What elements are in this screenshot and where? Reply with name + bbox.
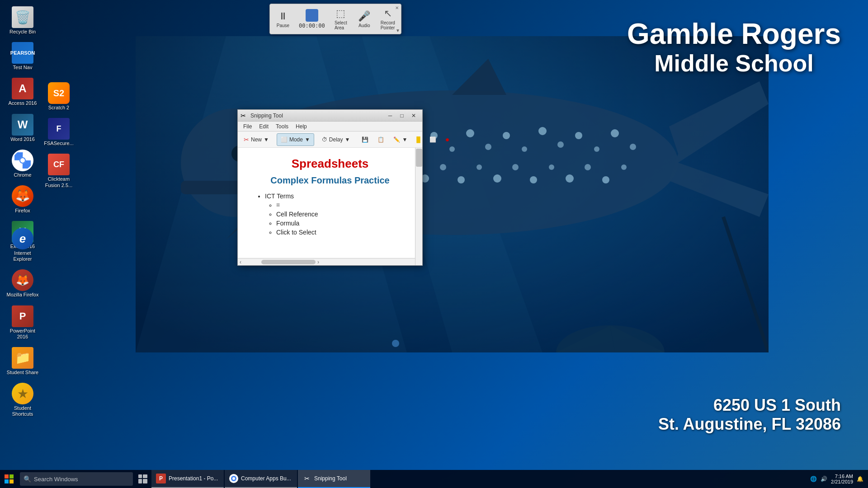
network-icon: 🌐 — [810, 476, 817, 482]
recording-pause-button[interactable]: ⏸ Pause — [272, 9, 294, 30]
recording-audio-button[interactable]: 🎤 Audio — [353, 9, 376, 30]
taskbar-clock[interactable]: 7:16 AM 2/21/2019 — [831, 474, 853, 484]
pen-icon: ✏️ — [393, 136, 400, 143]
desktop-icon-internet-explorer[interactable]: e Internet Explorer — [5, 226, 41, 264]
desktop-icon-scratch-2[interactable]: S2 Scratch 2 — [41, 80, 77, 113]
slide-title: Spreadsheets — [251, 157, 409, 171]
desktop-icon-clickteam[interactable]: CF Clickteam Fusion 2.5... — [41, 152, 77, 190]
menu-file[interactable]: File — [240, 122, 255, 131]
desktop-icon-grid: 🗑️ Recycle Bin PEARSON Test Nav A Access… — [0, 0, 81, 256]
recording-close-button[interactable]: ✕ — [394, 5, 400, 11]
desktop-icon-chrome[interactable]: Chrome — [5, 148, 41, 180]
desktop-icon-firefox[interactable]: 🦊 Firefox — [5, 183, 41, 216]
bullet-ict-terms: ICT Terms = Cell Reference Formula Click… — [265, 192, 409, 236]
taskbar-app-snipping[interactable]: ✂ Snipping Tool — [298, 470, 370, 488]
taskbar-app-powerpoint[interactable]: P Presentation1 - Po... — [151, 470, 224, 488]
menu-tools[interactable]: Tools — [272, 122, 292, 131]
desktop-icon-fsa-secure[interactable]: F FSASecure... — [41, 116, 77, 148]
timer-display: 00:00:00 — [299, 23, 325, 29]
pen-dropdown-icon: ▼ — [402, 136, 407, 143]
menu-help[interactable]: Help — [292, 122, 311, 131]
taskbar-search-bar[interactable]: 🔍 Search Windows — [20, 472, 133, 486]
desktop-icon-recycle-bin[interactable]: 🗑️ Recycle Bin — [5, 5, 41, 37]
start-button[interactable] — [0, 470, 18, 488]
school-branding: Gamble Rogers Middle School — [627, 18, 841, 77]
access-2016-icon: A — [12, 78, 33, 99]
scroll-right-arrow[interactable]: › — [316, 259, 321, 265]
icon-column-2: S2 Scratch 2 F FSASecure... CF Clickteam… — [41, 5, 77, 251]
pen-button[interactable]: ✏️ ▼ — [389, 133, 411, 146]
snipping-tool-content: Spreadsheets Complex Formulas Practice I… — [238, 148, 422, 265]
svg-point-22 — [557, 141, 564, 148]
whale-shark-image — [136, 36, 769, 352]
desktop-icon-powerpoint-2016[interactable]: P PowerPoint 2016 — [5, 304, 41, 342]
svg-rect-68 — [9, 479, 14, 483]
snipping-tool-menubar: File Edit Tools Help — [238, 122, 422, 131]
snipping-tool-minimize-button[interactable]: ─ — [384, 111, 396, 120]
desktop-icon-student-share[interactable]: 📁 Student Share — [5, 345, 41, 377]
student-share-icon: 📁 — [12, 347, 33, 369]
eraser-icon: ⬜ — [429, 136, 436, 143]
desktop-icon-test-nav[interactable]: PEARSON Test Nav — [5, 40, 41, 72]
vertical-scrollbar[interactable] — [415, 148, 422, 265]
snipping-tool-toolbar: ✂ New ▼ ⬜ Mode ▼ ⏱ Delay ▼ 💾 📋 ✏️ ▼ — [238, 131, 422, 148]
taskbar-time-display: 7:16 AM — [835, 474, 853, 479]
delay-button[interactable]: ⏱ Delay ▼ — [318, 133, 354, 146]
svg-point-55 — [392, 340, 399, 347]
powerpoint-2016-label: PowerPoint 2016 — [6, 328, 39, 340]
svg-point-39 — [585, 164, 591, 170]
desktop-icon-mozilla-firefox[interactable]: 🦊 Mozilla Firefox — [5, 267, 41, 300]
recording-minimize[interactable]: ▼ — [396, 28, 400, 33]
pointer-icon: ↖ — [384, 8, 392, 19]
scroll-left-arrow[interactable]: ‹ — [238, 259, 243, 265]
eraser-button[interactable]: ⬜ — [425, 133, 440, 146]
student-shortcuts-label: Student Shortcuts — [6, 405, 39, 417]
powerpoint-taskbar-icon: P — [156, 474, 166, 483]
svg-point-35 — [512, 164, 519, 170]
notification-icon[interactable]: 🔔 — [857, 476, 863, 482]
scroll-thumb-h[interactable] — [261, 260, 316, 264]
desktop-icon-access-2016[interactable]: A Access 2016 — [5, 76, 41, 108]
svg-point-17 — [466, 129, 474, 137]
clickteam-label: Clickteam Fusion 2.5... — [42, 176, 75, 188]
horizontal-scrollbar[interactable]: ‹ › — [238, 258, 415, 265]
svg-rect-66 — [9, 474, 14, 479]
snipping-tool-close-button[interactable]: ✕ — [408, 111, 420, 120]
svg-point-31 — [440, 164, 446, 170]
desktop-icon-student-shortcuts[interactable]: ★ Student Shortcuts — [5, 381, 41, 419]
svg-point-41 — [621, 164, 627, 170]
clickteam-icon: CF — [48, 154, 70, 175]
snipping-tool-app-icon: ✂ — [241, 112, 248, 119]
snipping-taskbar-icon: ✂ — [302, 474, 311, 483]
save-button[interactable]: 💾 — [358, 133, 373, 146]
test-nav-label: Test Nav — [13, 65, 33, 70]
svg-point-36 — [530, 176, 537, 183]
copy-button[interactable]: 📋 — [373, 133, 388, 146]
audio-icon: 🎤 — [358, 10, 370, 22]
highlighter-icon: █ — [416, 136, 420, 143]
mozilla-firefox-label: Mozilla Firefox — [7, 292, 39, 298]
chrome-label: Chrome — [14, 172, 31, 178]
school-name-sub: Middle School — [627, 50, 841, 77]
desktop-icon-word-2016[interactable]: W Word 2016 — [5, 112, 41, 144]
snipping-taskbar-label: Snipping Tool — [314, 475, 347, 482]
search-icon: 🔍 — [24, 475, 31, 483]
school-address: 6250 US 1 South St. Augustine, FL 32086 — [658, 396, 841, 434]
new-button[interactable]: ✂ New ▼ — [240, 133, 273, 146]
recording-stop-button[interactable]: 00:00:00 — [295, 7, 329, 31]
school-name-main: Gamble Rogers — [627, 18, 841, 50]
taskbar-app-chrome[interactable]: Computer Apps Bu... — [225, 470, 297, 488]
pointer-label: RecordPointer — [381, 20, 395, 30]
snipping-tool-restore-button[interactable]: □ — [396, 111, 408, 120]
menu-edit[interactable]: Edit — [255, 122, 272, 131]
taskbar: 🔍 Search Windows P Presentation1 - Po...… — [0, 470, 868, 488]
chrome-taskbar-label: Computer Apps Bu... — [241, 475, 291, 482]
highlighter-button[interactable]: █ — [412, 133, 425, 146]
svg-rect-67 — [5, 479, 9, 483]
mode-button[interactable]: ⬜ Mode ▼ — [277, 133, 314, 146]
snipping-tool-titlebar[interactable]: ✂ Snipping Tool ─ □ ✕ — [238, 110, 422, 122]
firefox-icon: 🦊 — [12, 185, 33, 207]
task-view-button[interactable] — [135, 471, 151, 487]
recording-select-area-button[interactable]: ⬚ SelectArea — [330, 6, 352, 32]
pin-button[interactable]: ● — [441, 133, 454, 146]
